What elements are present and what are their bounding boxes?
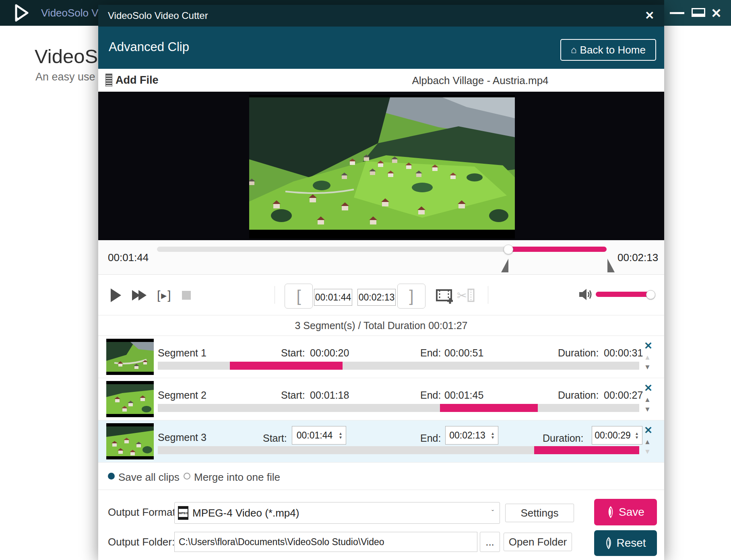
end-label: End: xyxy=(420,432,441,444)
end-time-spinbox[interactable]: ▴▾ xyxy=(445,426,498,445)
settings-button[interactable]: Settings xyxy=(505,504,574,522)
segment-thumbnail xyxy=(106,339,154,375)
volume-fill xyxy=(596,292,653,297)
main-window-heading: VideoSo xyxy=(35,45,109,68)
segment-range-bar[interactable] xyxy=(158,404,639,412)
minimize-icon[interactable] xyxy=(670,12,684,14)
video-preview-area xyxy=(98,92,664,240)
spinner-arrows-icon[interactable]: ▴▾ xyxy=(633,431,640,439)
film-strip-icon xyxy=(105,74,112,86)
start-time-spinbox[interactable]: ▴▾ xyxy=(292,426,346,445)
move-down-icon[interactable]: ▼ xyxy=(644,448,651,456)
split-segment-icon[interactable]: ✂ xyxy=(457,288,476,305)
save-all-clips-label[interactable]: Save all clips xyxy=(118,471,180,484)
segment-name: Segment 2 xyxy=(158,389,206,401)
duration-spinbox[interactable]: ▴▾ xyxy=(592,426,642,445)
end-time-input[interactable] xyxy=(357,289,396,306)
reset-button[interactable]: Reset xyxy=(594,530,657,556)
move-up-icon[interactable]: ▲ xyxy=(644,354,651,362)
play-segment-icon[interactable]: [▶] xyxy=(157,288,172,302)
dialog-close-icon[interactable]: ✕ xyxy=(645,9,654,22)
browse-folder-button[interactable]: ... xyxy=(480,532,500,552)
output-folder-input[interactable] xyxy=(174,532,477,552)
segment-range-bar[interactable] xyxy=(158,446,639,454)
banner-title: Advanced Clip xyxy=(109,40,189,54)
volume-slider[interactable] xyxy=(596,292,653,297)
set-end-button[interactable]: ] xyxy=(397,284,425,309)
segment-name: Segment 3 xyxy=(158,432,206,443)
segment-row-1[interactable]: Segment 1 Start: 00:00:20 End: 00:00:51 … xyxy=(98,336,664,378)
segment-start-input[interactable] xyxy=(292,430,337,441)
segment-row-3[interactable]: Segment 3 Start: ▴▾ End: ▴▾ Duration: ▴▾… xyxy=(98,420,664,463)
set-start-button[interactable]: [ xyxy=(285,284,313,309)
dialog-titlebar[interactable]: VideoSolo Video Cutter ✕ xyxy=(98,5,664,27)
fast-forward-icon[interactable] xyxy=(132,290,145,301)
segment-duration-input[interactable] xyxy=(592,430,633,441)
playback-controls-row: [▶] [ ] ✂ xyxy=(98,275,664,315)
move-up-icon[interactable]: ▲ xyxy=(644,396,651,404)
open-folder-button[interactable]: Open Folder xyxy=(504,533,572,551)
chevron-down-icon: ˇ xyxy=(491,509,494,517)
volume-handle[interactable] xyxy=(646,290,655,299)
save-button[interactable]: Save xyxy=(594,499,657,525)
start-time-input[interactable] xyxy=(314,289,352,306)
move-down-icon[interactable]: ▼ xyxy=(644,363,651,371)
start-value: 00:00:20 xyxy=(310,347,349,359)
segment-bar-fill-0 xyxy=(230,362,343,370)
output-format-dropdown[interactable]: MPEG MPEG-4 Video (*.mp4) ˇ xyxy=(174,502,500,524)
timeline-track[interactable] xyxy=(157,247,607,252)
segment-name: Segment 1 xyxy=(158,347,206,359)
videosolo-leaf-icon xyxy=(607,506,615,519)
segment-thumbnail xyxy=(106,423,154,459)
timeline-handle[interactable] xyxy=(504,245,513,254)
start-value: 00:01:18 xyxy=(310,389,349,401)
loaded-file-name: Alpbach Village - Austria.mp4 xyxy=(412,74,548,87)
ellipsis-icon: ... xyxy=(485,536,494,548)
delete-segment-icon[interactable]: ✕ xyxy=(644,340,653,352)
delete-segment-icon[interactable]: ✕ xyxy=(644,424,653,436)
stop-icon[interactable] xyxy=(182,291,191,300)
trim-start-handle[interactable] xyxy=(501,259,508,272)
videosolo-leaf-icon xyxy=(605,537,612,549)
merge-radio[interactable] xyxy=(184,473,190,480)
divider xyxy=(275,286,275,304)
main-window-app-title: VideoSolo Vi xyxy=(41,7,101,19)
start-label: Start: xyxy=(281,389,305,401)
home-icon: ⌂ xyxy=(571,45,577,55)
video-preview-frame[interactable] xyxy=(249,95,515,239)
spinner-arrows-icon[interactable]: ▴▾ xyxy=(337,431,344,439)
segment-range-bar[interactable] xyxy=(158,362,639,370)
advanced-clip-banner: Advanced Clip ⌂ Back to Home xyxy=(98,27,664,69)
segment-bar-fill-2 xyxy=(534,446,639,454)
move-up-icon[interactable]: ▲ xyxy=(644,438,651,446)
maximize-icon[interactable] xyxy=(692,8,705,17)
set-end-icon: ] xyxy=(409,287,413,305)
screen: VideoSolo Vi ✕ VideoSo An easy use Video… xyxy=(0,0,731,560)
back-to-home-button[interactable]: ⌂ Back to Home xyxy=(560,39,656,61)
end-label: End: xyxy=(420,347,441,359)
segment-row-2[interactable]: Segment 2 Start: 00:01:18 End: 00:01:45 … xyxy=(98,378,664,420)
end-value: 00:01:45 xyxy=(444,389,483,401)
duration-label: Duration: xyxy=(543,432,583,444)
delete-segment-icon[interactable]: ✕ xyxy=(644,382,653,394)
segments-summary: 3 Segment(s) / Total Duration 00:01:27 xyxy=(98,315,664,336)
timeline-row: 00:01:44 00:02:13 xyxy=(98,240,664,275)
add-segment-icon[interactable] xyxy=(436,288,454,305)
move-down-icon[interactable]: ▼ xyxy=(644,406,651,414)
play-icon[interactable] xyxy=(111,288,121,302)
duration-value: 00:00:27 xyxy=(604,389,643,401)
timeline-current-time: 00:01:44 xyxy=(108,251,149,264)
close-icon[interactable]: ✕ xyxy=(711,6,722,21)
add-file-button[interactable]: Add File xyxy=(105,74,159,86)
save-all-clips-radio[interactable] xyxy=(108,473,115,480)
divider xyxy=(488,286,488,304)
merge-label[interactable]: Merge into one file xyxy=(194,471,280,484)
trim-end-handle[interactable] xyxy=(607,259,615,272)
output-format-label: Output Format: xyxy=(108,506,178,519)
segment-end-input[interactable] xyxy=(446,430,489,441)
volume-icon[interactable] xyxy=(578,288,592,301)
timeline-range-fill xyxy=(508,247,607,252)
duration-label: Duration: xyxy=(558,347,599,359)
spinner-arrows-icon[interactable]: ▴▾ xyxy=(489,431,496,439)
output-section: Output Format: MPEG MPEG-4 Video (*.mp4)… xyxy=(98,490,664,560)
